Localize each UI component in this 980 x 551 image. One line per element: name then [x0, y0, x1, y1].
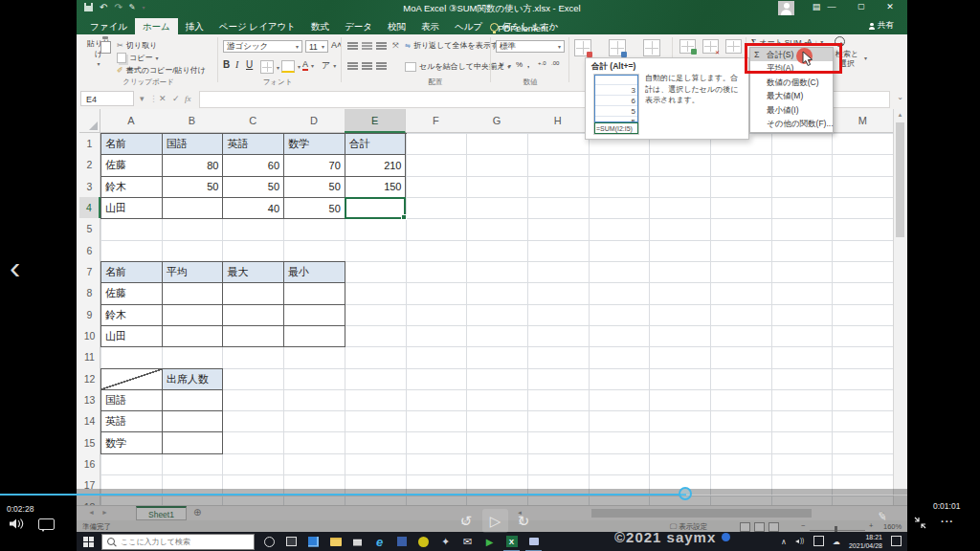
cell-A9[interactable]: 鈴木 [101, 305, 163, 326]
ribbon-display-options-icon[interactable]: ▤ [809, 2, 824, 11]
orientation-icon[interactable]: ⤧ [392, 41, 398, 51]
cell-A4[interactable]: 山田 [101, 198, 163, 219]
delete-cells-icon[interactable] [702, 39, 719, 54]
cell-B2[interactable]: 80 [163, 155, 224, 176]
cell-B4[interactable] [163, 198, 224, 219]
menu-item-最大値(M)[interactable]: 最大値(M) [750, 89, 833, 102]
tell-me-box[interactable]: 何をしますか [490, 21, 558, 33]
selected-cell-E4[interactable] [345, 197, 407, 219]
row-header-9[interactable]: 9 [79, 304, 100, 326]
taskbar-app-pin[interactable] [434, 533, 457, 550]
cell-B8[interactable] [163, 283, 224, 304]
cell-C3[interactable]: 50 [223, 177, 284, 198]
cell-B14[interactable] [163, 411, 224, 432]
font-color-button[interactable]: A▾ [302, 59, 314, 71]
tray-ime-icon[interactable] [813, 536, 824, 548]
back-chevron-icon[interactable]: ‹ [10, 251, 20, 283]
col-header-H[interactable]: H [527, 109, 590, 133]
rewind-10-icon[interactable]: ↺10 [457, 513, 476, 530]
row-header-15[interactable]: 15 [79, 431, 100, 453]
search-input[interactable] [119, 537, 237, 547]
cell-C7[interactable]: 最大 [223, 262, 284, 283]
number-format-combo[interactable]: 標準▾ [496, 40, 565, 53]
minimize-button[interactable]: — [824, 2, 839, 11]
cancel-icon[interactable]: ✕ [159, 91, 167, 106]
name-box[interactable]: E4 [80, 91, 134, 106]
progress-handle[interactable] [679, 487, 692, 500]
cell-D10[interactable] [284, 326, 345, 347]
wrap-text-button[interactable]: ⇋折り返して全体を表示する [405, 40, 506, 51]
insert-cells-icon[interactable] [679, 39, 696, 54]
cell-D8[interactable] [284, 283, 345, 304]
progress-bar-remaining[interactable] [686, 495, 907, 496]
cell-B15[interactable] [163, 432, 224, 453]
taskbar-app-explorer[interactable] [324, 533, 346, 550]
row-header-11[interactable]: 11 [79, 346, 100, 368]
col-header-D[interactable]: D [283, 109, 345, 133]
cell-styles-icon[interactable] [643, 39, 660, 56]
cell-C10[interactable] [223, 326, 284, 347]
cell-A15[interactable]: 数学 [101, 432, 163, 453]
format-cells-icon[interactable] [725, 39, 742, 54]
bold-button[interactable]: B [223, 59, 230, 70]
tray-expand-icon[interactable]: ∧ [781, 538, 787, 546]
tray-onedrive-icon[interactable]: ☁ [833, 538, 840, 546]
row-header-16[interactable]: 16 [79, 453, 100, 475]
font-size-combo[interactable]: 11▾ [305, 40, 328, 53]
tray-volume-icon[interactable] [795, 537, 805, 546]
cell-A1[interactable]: 名前 [101, 134, 163, 155]
align-bottom-icon[interactable] [376, 41, 387, 50]
cell-D4[interactable]: 50 [284, 198, 345, 219]
cell-D3[interactable]: 50 [284, 177, 345, 198]
cell-B9[interactable] [163, 305, 224, 326]
action-center-icon[interactable] [891, 536, 902, 548]
taskbar-app-green[interactable] [479, 533, 501, 550]
row-header-1[interactable]: 1 [79, 133, 100, 155]
cell-A8[interactable]: 佐藤 [101, 283, 163, 304]
enter-icon[interactable]: ✓ [172, 91, 180, 106]
taskbar-app-photos[interactable] [302, 533, 324, 550]
copy-button[interactable]: コピー▾ [117, 53, 158, 63]
screen-recording-video[interactable]: ↶ ↷ ✎ ▾ MoA Excel ③SUM関数の使い方.xlsx - Exce… [77, 0, 907, 551]
taskbar-search[interactable] [101, 534, 255, 550]
close-button[interactable]: ✕ [882, 2, 898, 11]
cell-B7[interactable]: 平均 [163, 262, 224, 283]
currency-button[interactable]: ￥▾ [498, 60, 511, 71]
row-header-5[interactable]: 5 [79, 218, 100, 240]
format-painter-button[interactable]: ✐書式のコピー/貼り付け [117, 65, 206, 76]
cell-E1[interactable]: 合計 [345, 134, 407, 155]
align-left-icon[interactable] [347, 61, 358, 70]
menu-item-最小値(I)[interactable]: 最小値(I) [750, 103, 833, 117]
row-header-12[interactable]: 12 [79, 368, 100, 390]
cell-A12[interactable] [101, 369, 163, 390]
shrink-icon[interactable] [914, 517, 926, 529]
taskbar-app-blueapp[interactable] [390, 533, 412, 550]
taskbar-app-store[interactable] [346, 533, 368, 550]
start-button-icon[interactable] [83, 537, 94, 547]
col-header-E[interactable]: E [345, 109, 407, 133]
taskbar-clock[interactable]: 18:21 2021/04/28 [849, 533, 882, 551]
name-box-dropdown-icon[interactable]: ▾ [140, 91, 145, 106]
cell-A2[interactable]: 佐藤 [101, 155, 163, 176]
borders-button[interactable]: ▾ [260, 60, 279, 74]
restore-button[interactable]: ▢ [854, 2, 869, 11]
menu-item-その他の関数(F)...[interactable]: その他の関数(F)... [750, 117, 833, 130]
row-header-6[interactable]: 6 [79, 240, 100, 262]
row-header-8[interactable]: 8 [79, 282, 100, 304]
cell-B10[interactable] [163, 326, 224, 347]
cell-A7[interactable]: 名前 [101, 262, 163, 283]
col-header-A[interactable]: A [100, 109, 163, 133]
scroll-up-icon[interactable]: ▲ [894, 109, 906, 121]
col-header-F[interactable]: F [406, 109, 468, 133]
paste-button[interactable]: 貼り付け ▾ [84, 38, 113, 78]
taskbar-app-yellow[interactable] [412, 533, 434, 550]
cell-A3[interactable]: 鈴木 [101, 177, 163, 198]
row-header-10[interactable]: 10 [79, 325, 100, 347]
taskbar-app-camera[interactable] [523, 533, 545, 550]
cell-C9[interactable] [223, 305, 284, 326]
forward-30-icon[interactable]: ↻30 [514, 513, 533, 530]
cell-A10[interactable]: 山田 [101, 326, 163, 347]
more-options-icon[interactable]: ··· [941, 516, 954, 527]
underline-button[interactable]: U [246, 59, 253, 70]
row-header-7[interactable]: 7 [79, 261, 100, 283]
